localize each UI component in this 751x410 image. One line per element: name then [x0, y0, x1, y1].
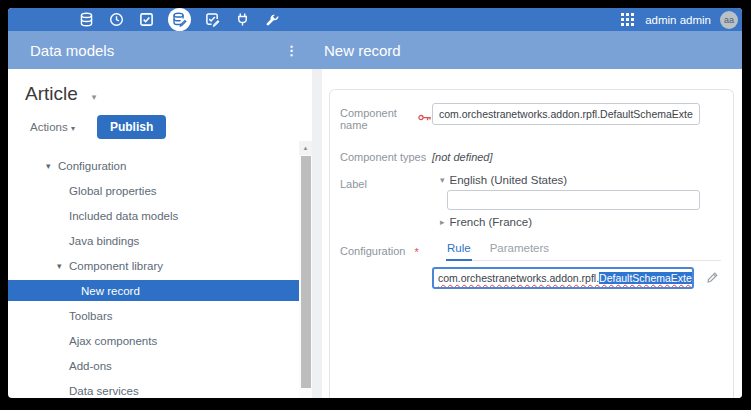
component-name-label: Component name [340, 103, 432, 131]
wrench-icon[interactable] [264, 11, 281, 28]
workflow-edit-icon[interactable] [204, 11, 221, 28]
plug-icon[interactable] [234, 11, 251, 28]
tree-item-global-properties[interactable]: Global properties [8, 178, 312, 203]
rule-value-prefix: com.orchestranetworks.addon.rpfl. [438, 272, 599, 284]
dataset-title: Article [25, 83, 78, 105]
actions-dropdown[interactable]: Actions ▾ [30, 121, 75, 133]
tree-item-configuration[interactable]: ▾ Configuration [8, 153, 312, 178]
component-types-row: Component types [not defined] [340, 147, 723, 163]
app-window: admin admin aa Data models ⋮ New record … [8, 8, 742, 398]
right-panel-title: New record [324, 42, 401, 59]
caret-right-icon: ▸ [440, 217, 445, 227]
caret-down-icon[interactable]: ▾ [46, 161, 58, 171]
label-row: Label ▾ English (United States) ▸ French… [340, 174, 723, 228]
rule-value-selected-text: DefaultSchemaExtension [599, 272, 694, 284]
sidebar-scrollbar[interactable]: ▲ [299, 141, 312, 398]
panel-divider [312, 69, 322, 398]
configuration-label: Configuration * [340, 240, 432, 258]
user-name[interactable]: admin admin [645, 14, 711, 26]
top-bar: admin admin aa [8, 8, 742, 31]
tree-item-add-ons[interactable]: Add-ons [8, 353, 312, 378]
panel-headers: Data models ⋮ New record [8, 31, 742, 69]
locale-french-toggle[interactable]: ▸ French (France) [440, 216, 700, 228]
apps-grid-icon[interactable] [619, 11, 636, 28]
caret-down-icon: ▾ [440, 175, 445, 185]
module-icons [78, 8, 281, 31]
kebab-menu-icon[interactable]: ⋮ [285, 43, 298, 58]
tree-item-toolbars[interactable]: Toolbars [8, 303, 312, 328]
main-panel: Component name Component types [322, 69, 742, 398]
locale-english-toggle[interactable]: ▾ English (United States) [440, 174, 700, 186]
right-panel-header: New record [312, 42, 742, 59]
caret-down-icon: ▾ [71, 124, 75, 133]
tree-item-data-services[interactable]: Data services [8, 378, 312, 398]
clock-icon[interactable] [108, 11, 125, 28]
actions-row: Actions ▾ Publish [30, 115, 312, 139]
database-icon[interactable] [78, 11, 95, 28]
topbar-user-area: admin admin aa [619, 11, 738, 29]
tree-item-java-bindings[interactable]: Java bindings [8, 228, 312, 253]
tasks-icon[interactable] [138, 11, 155, 28]
tree-item-new-record-selected[interactable]: New record [8, 280, 299, 301]
required-indicator: * [414, 244, 418, 258]
component-name-input[interactable] [432, 103, 700, 125]
label-field-label: Label [340, 174, 432, 190]
tree-item-component-library[interactable]: ▾ Component library [8, 253, 312, 278]
configuration-editor: Rule Parameters com.orchestranetworks.ad… [432, 240, 721, 289]
component-types-label: Component types [340, 147, 432, 163]
label-english-input[interactable] [447, 190, 700, 210]
scroll-up-icon[interactable]: ▲ [299, 141, 312, 155]
rule-input-line: com.orchestranetworks.addon.rpfl.Default… [432, 267, 721, 289]
record-form-card: Component name Component types [329, 89, 734, 398]
data-models-icon-active[interactable] [168, 8, 191, 31]
user-avatar[interactable]: aa [720, 11, 738, 29]
left-panel-title: Data models [30, 42, 114, 59]
edit-icon[interactable] [706, 272, 718, 284]
sidebar: Article ▾ Actions ▾ Publish ▾ Configurat… [8, 69, 312, 398]
configuration-row: Configuration * Rule Parameters com.orch… [340, 240, 723, 289]
primary-key-icon [418, 113, 432, 125]
scrollbar-thumb[interactable] [301, 156, 311, 388]
content-area: Article ▾ Actions ▾ Publish ▾ Configurat… [8, 69, 742, 398]
tab-rule[interactable]: Rule [446, 240, 472, 261]
dataset-title-row[interactable]: Article ▾ [25, 83, 312, 105]
rule-input-focused[interactable]: com.orchestranetworks.addon.rpfl.Default… [432, 267, 694, 289]
tree-item-included-data-models[interactable]: Included data models [8, 203, 312, 228]
model-tree: ▾ Configuration Global properties Includ… [8, 153, 312, 398]
configuration-tabs: Rule Parameters [446, 240, 721, 261]
tab-parameters[interactable]: Parameters [489, 240, 550, 260]
label-locales: ▾ English (United States) ▸ French (Fran… [432, 174, 700, 228]
component-types-value: [not defined] [432, 147, 493, 163]
tree-item-ajax-components[interactable]: Ajax components [8, 328, 312, 353]
left-panel-header: Data models ⋮ [8, 42, 312, 59]
caret-down-icon[interactable]: ▾ [92, 92, 97, 102]
component-name-row: Component name [340, 103, 723, 131]
publish-button[interactable]: Publish [97, 115, 166, 139]
caret-down-icon[interactable]: ▾ [57, 261, 69, 271]
